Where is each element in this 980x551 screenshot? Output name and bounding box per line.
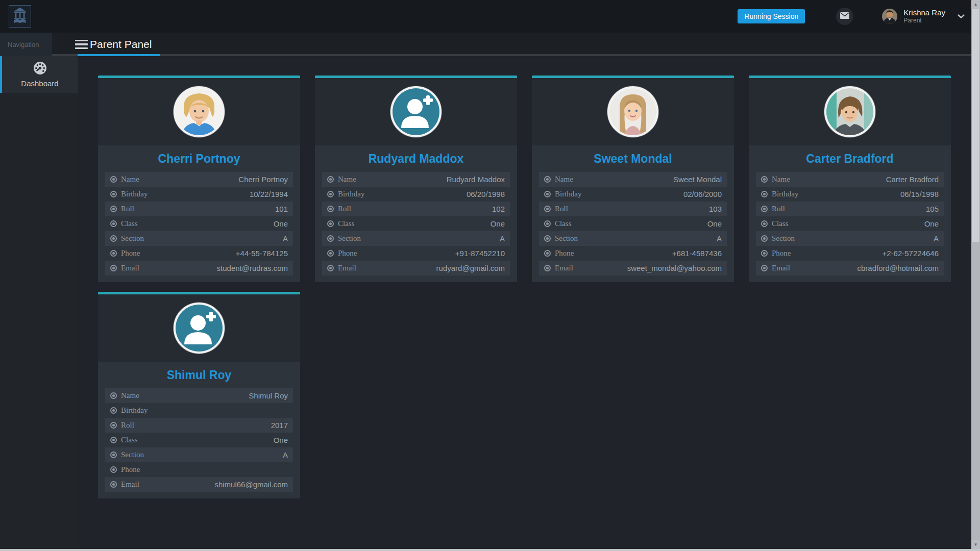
- detail-value: One: [707, 219, 722, 228]
- detail-label: Birthday: [121, 190, 148, 198]
- detail-row: SectionA: [756, 231, 944, 246]
- student-card-body: Shimul RoyNameShimul RoyBirthdayRoll2017…: [98, 362, 300, 498]
- detail-row: NameRudyard Maddox: [322, 172, 510, 187]
- detail-label: Class: [121, 219, 138, 228]
- dot-circle-icon: [110, 235, 117, 242]
- detail-label: Class: [772, 219, 789, 228]
- student-card: Shimul RoyNameShimul RoyBirthdayRoll2017…: [98, 292, 300, 498]
- detail-row: Birthday: [105, 403, 293, 418]
- detail-label: Email: [121, 480, 139, 489]
- student-avatar[interactable]: [749, 78, 951, 145]
- detail-label-group: Roll: [110, 205, 134, 213]
- detail-label-group: Email: [544, 264, 573, 272]
- student-avatar[interactable]: [98, 294, 300, 362]
- running-session-button[interactable]: Running Session: [738, 9, 805, 23]
- app-logo[interactable]: [9, 5, 31, 28]
- detail-label-group: Roll: [544, 205, 568, 213]
- dot-circle-icon: [110, 392, 117, 399]
- hamburger-icon: [75, 40, 88, 49]
- student-details-table: NameRudyard MaddoxBirthday06/20/1998Roll…: [322, 172, 510, 276]
- detail-label: Phone: [121, 465, 140, 474]
- scroll-up-button[interactable]: ▲: [971, 0, 980, 9]
- student-name-link[interactable]: Carter Bradford: [756, 145, 944, 172]
- student-avatar[interactable]: [98, 78, 300, 145]
- detail-label: Roll: [555, 205, 568, 213]
- vertical-scrollbar[interactable]: ▲ ▼: [971, 0, 980, 549]
- detail-label: Section: [772, 234, 795, 243]
- detail-row: NameSweet Mondal: [539, 172, 727, 187]
- detail-label-group: Email: [110, 264, 139, 272]
- detail-label: Class: [338, 219, 355, 228]
- detail-row: SectionA: [105, 231, 293, 246]
- user-menu[interactable]: Krishna Ray Parent: [882, 8, 965, 24]
- detail-value: rudyard@gmail.com: [436, 264, 505, 272]
- detail-label: Phone: [338, 249, 357, 258]
- dot-circle-icon: [544, 220, 551, 227]
- detail-value: One: [924, 219, 939, 228]
- detail-value: 02/06/2000: [683, 190, 722, 198]
- detail-label: Roll: [338, 205, 351, 213]
- detail-label-group: Section: [327, 234, 361, 243]
- mail-button[interactable]: [836, 8, 853, 25]
- detail-label: Email: [555, 264, 573, 272]
- dot-circle-icon: [761, 265, 768, 271]
- photo-girl: [607, 86, 658, 137]
- student-name-link[interactable]: Sweet Mondal: [539, 145, 727, 172]
- user-plus-icon: [174, 303, 225, 354]
- detail-label-group: Name: [327, 175, 356, 184]
- detail-row: SectionA: [539, 231, 727, 246]
- dot-circle-icon: [327, 191, 334, 197]
- detail-label-group: Email: [110, 480, 139, 489]
- sidebar: Dashboard: [0, 56, 78, 549]
- student-name-link[interactable]: Shimul Roy: [105, 362, 293, 388]
- detail-row: Roll2017: [105, 418, 293, 433]
- detail-label-group: Section: [110, 450, 144, 459]
- dot-circle-icon: [327, 176, 334, 183]
- detail-row: Phone: [105, 462, 293, 477]
- dot-circle-icon: [544, 206, 551, 212]
- detail-value: sweet_mondal@yahoo.com: [627, 264, 722, 272]
- detail-value: A: [283, 450, 288, 459]
- detail-row: Phone+91-87452210: [322, 246, 510, 261]
- student-avatar[interactable]: [315, 78, 517, 145]
- scroll-down-button[interactable]: ▼: [971, 540, 980, 549]
- detail-label: Email: [121, 264, 139, 272]
- dot-circle-icon: [110, 250, 117, 257]
- student-name-link[interactable]: Cherri Portnoy: [105, 145, 293, 172]
- horizontal-scrollbar[interactable]: [0, 549, 980, 551]
- dot-circle-icon: [544, 191, 551, 197]
- detail-label: Roll: [772, 205, 785, 213]
- detail-row: NameCherri Portnoy: [105, 172, 293, 187]
- detail-row: Emailrudyard@gmail.com: [322, 261, 510, 276]
- detail-label-group: Class: [544, 219, 572, 228]
- parent-panel-screen: Running Session Krishna Ray Parent: [0, 0, 980, 551]
- detail-row: Birthday06/15/1998: [756, 187, 944, 202]
- detail-label-group: Class: [327, 219, 355, 228]
- dot-circle-icon: [327, 250, 334, 257]
- detail-value: 06/20/1998: [467, 190, 505, 198]
- student-card-body: Cherri PortnoyNameCherri PortnoyBirthday…: [98, 145, 300, 282]
- sidebar-item-dashboard[interactable]: Dashboard: [0, 56, 78, 93]
- detail-label: Email: [772, 264, 790, 272]
- detail-value: Rudyard Maddox: [447, 175, 505, 184]
- detail-value: shimul66@gmail.com: [214, 480, 288, 489]
- detail-label: Name: [772, 175, 790, 184]
- tab-bar: Navigation Parent Panel: [0, 33, 980, 56]
- detail-label: Email: [338, 264, 356, 272]
- menu-toggle-button[interactable]: [75, 33, 88, 56]
- vertical-scrollbar-thumb[interactable]: [971, 9, 980, 242]
- detail-row: Emailsweet_mondal@yahoo.com: [539, 261, 727, 276]
- detail-label: Phone: [555, 249, 574, 258]
- detail-label: Roll: [121, 421, 134, 430]
- dot-circle-icon: [761, 235, 768, 242]
- student-name-link[interactable]: Rudyard Maddox: [322, 145, 510, 172]
- detail-row: Roll102: [322, 202, 510, 216]
- detail-label-group: Phone: [110, 249, 140, 258]
- detail-label-group: Name: [761, 175, 790, 184]
- dot-circle-icon: [110, 466, 117, 473]
- student-details-table: NameCarter BradfordBirthday06/15/1998Rol…: [756, 172, 944, 276]
- detail-value: +681-4587436: [672, 249, 722, 258]
- detail-label-group: Roll: [761, 205, 785, 213]
- student-avatar[interactable]: [532, 78, 734, 145]
- detail-label: Name: [555, 175, 573, 184]
